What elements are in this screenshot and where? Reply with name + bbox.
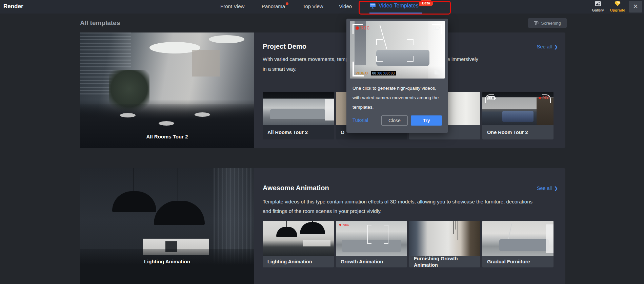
- sd-card-icon: [435, 70, 440, 74]
- template-card-one-room-tour-2[interactable]: REC One Room Tour 2: [482, 92, 554, 139]
- monitor-icon: [369, 3, 376, 9]
- topbar: Render Front View Panorama Top View Vide…: [0, 0, 644, 14]
- rec-indicator: REC: [539, 96, 549, 100]
- rec-indicator: REC: [339, 223, 349, 226]
- template-thumbnail: [263, 221, 334, 256]
- template-card-all-rooms-tour-2[interactable]: All Rooms Tour 2: [263, 92, 334, 139]
- decor: [159, 121, 174, 126]
- rec-dot-icon: [539, 97, 541, 99]
- chevron-right-icon: ❯: [554, 44, 558, 49]
- decor: [380, 25, 387, 49]
- close-window-button[interactable]: ✕: [629, 1, 642, 13]
- feature-template-all-rooms-tour-2[interactable]: All Rooms Tour 2: [80, 32, 254, 148]
- rec-indicator: REC: [356, 26, 370, 30]
- active-tab-underline: [369, 13, 422, 14]
- template-card-label: Growth Animation: [336, 256, 407, 267]
- template-thumbnail: [409, 221, 480, 256]
- decor: [120, 113, 136, 117]
- video-mode-label: VIDEO: [356, 71, 368, 75]
- decor: [502, 111, 534, 122]
- decor: [134, 168, 134, 192]
- popup-description: One click to generate high-quality video…: [353, 84, 445, 112]
- notification-dot: [286, 2, 288, 5]
- popup-close-button[interactable]: Close: [381, 115, 408, 126]
- decor: [303, 240, 330, 246]
- focus-bracket-icon: [367, 225, 371, 244]
- gallery-icon: [595, 1, 601, 6]
- decor: [178, 168, 178, 201]
- template-thumbnail: REC: [336, 221, 407, 256]
- render-window: Render Front View Panorama Top View Vide…: [0, 0, 644, 284]
- decor: [499, 239, 549, 252]
- video-preview: REC VIDEO 00:00:00:03: [350, 21, 445, 79]
- tab-front-view[interactable]: Front View: [220, 3, 244, 9]
- decor: [112, 191, 156, 212]
- nav-divider: [358, 3, 358, 10]
- decor: [458, 221, 458, 240]
- template-card-label: All Rooms Tour 2: [263, 125, 334, 139]
- decor: [209, 35, 244, 43]
- decor: [154, 201, 205, 225]
- rec-dot-icon: [339, 224, 341, 226]
- upgrade-button[interactable]: Upgrade: [608, 1, 627, 12]
- focus-bracket-icon: [384, 225, 388, 244]
- template-card-furnishing-growth-animation[interactable]: Furnishing Growth Animation: [409, 221, 480, 267]
- close-icon: ✕: [633, 3, 638, 10]
- beta-badge: Beta: [419, 0, 433, 6]
- section-title: Project Demo: [263, 43, 306, 50]
- decor: [192, 50, 220, 77]
- screening-button[interactable]: Screening: [528, 18, 567, 28]
- decor: [270, 109, 325, 119]
- battery-icon: [487, 96, 495, 100]
- focus-bracket-icon: [407, 56, 414, 62]
- tab-top-view[interactable]: Top View: [303, 3, 323, 9]
- focus-bracket-icon: [376, 56, 383, 62]
- template-thumbnail: [482, 221, 554, 256]
- app-title: Render: [3, 3, 23, 10]
- feature-caption: All Rooms Tour 2: [80, 134, 254, 139]
- see-all-link[interactable]: See all ❯: [537, 185, 558, 191]
- page-title: All templates: [80, 19, 120, 27]
- decor: [80, 104, 254, 148]
- tab-video-templates-label: Video Templates: [379, 3, 419, 9]
- template-card-lighting-animation[interactable]: Lighting Animation: [263, 221, 334, 267]
- section-title: Awesome Animation: [263, 184, 329, 192]
- decor: [300, 222, 325, 234]
- decor: [325, 99, 334, 121]
- decor: [456, 221, 456, 230]
- popup-try-button[interactable]: Try: [411, 115, 442, 126]
- decor: [286, 221, 287, 227]
- feature-template-lighting-animation[interactable]: Lighting Animation: [80, 168, 254, 284]
- battery-icon: [432, 26, 439, 30]
- decor: [546, 224, 554, 253]
- decor: [276, 227, 297, 237]
- gallery-button[interactable]: Gallery: [588, 1, 607, 12]
- rec-dot-icon: [356, 26, 359, 30]
- timecode: 00:00:00:03: [371, 71, 396, 75]
- filter-icon: [534, 21, 539, 25]
- template-card-gradual-furniture[interactable]: Gradual Furniiture: [482, 221, 554, 267]
- tutorial-link[interactable]: Tutorial: [353, 117, 368, 123]
- template-thumbnail: REC: [482, 92, 554, 125]
- focus-bracket-icon: [407, 39, 414, 45]
- tab-panorama[interactable]: Panorama: [262, 3, 285, 9]
- template-card-label: Lighting Animation: [263, 256, 334, 267]
- decor: [376, 50, 429, 66]
- section-awesome-animation: Lighting Animation Awesome Animation See…: [80, 168, 565, 284]
- tab-video[interactable]: Video: [339, 3, 352, 9]
- see-all-link[interactable]: See all ❯: [537, 44, 558, 49]
- template-thumbnail: [263, 92, 334, 125]
- section-description: Template videos of this type contain ani…: [263, 197, 537, 216]
- section-project-demo: All Rooms Tour 2 Project Demo See all ❯ …: [80, 32, 565, 148]
- template-card-label: Furnishing Growth Animation: [409, 256, 480, 267]
- feature-caption: Lighting Animation: [80, 259, 254, 264]
- decor: [80, 249, 254, 284]
- template-card-label: Gradual Furniiture: [482, 256, 554, 267]
- template-card-growth-animation[interactable]: REC Growth Animation: [336, 221, 407, 267]
- video-templates-popup: REC VIDEO 00:00:00:03 One click to gener…: [346, 19, 448, 133]
- chevron-right-icon: ❯: [554, 186, 558, 191]
- decor: [453, 221, 454, 234]
- template-card-label: One Room Tour 2: [482, 125, 554, 139]
- tab-video-templates[interactable]: Video Templates: [369, 3, 419, 9]
- gem-icon: [614, 1, 621, 6]
